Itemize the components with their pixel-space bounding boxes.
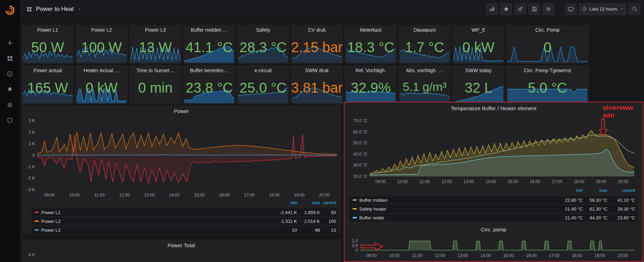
x-axis-label: 14:00 [486, 179, 496, 184]
legend-min-value: -2.441 K [280, 210, 297, 215]
stat-panel-title[interactable]: Dauwpunt [398, 27, 451, 33]
stats-grid: Power L150 WPower L2100 WPower L313 WBuf… [21, 25, 589, 106]
stat-value: 18.3 °C [345, 39, 397, 55]
stat-panel-title[interactable]: e-circuit [237, 68, 289, 73]
save-icon [531, 6, 537, 12]
legend-series-name[interactable]: Power L2 [41, 219, 61, 224]
legend-swatch [34, 212, 39, 213]
navbar-actions: Last 12 hours [486, 3, 640, 15]
save-button[interactable] [528, 3, 540, 15]
legend-min-value: 21.40 °C [565, 215, 583, 220]
legend-column-current[interactable]: current [323, 200, 336, 205]
circ-pomp-chart[interactable] [360, 241, 634, 250]
zoom-out-button[interactable] [629, 3, 640, 15]
stat-panel: Power actual165 W [21, 65, 74, 104]
dashboard-title-group[interactable]: Power to Heat [23, 6, 82, 13]
sidebar-item-alerting[interactable] [0, 82, 20, 97]
stat-panel: SWW today32 L [452, 65, 505, 104]
legend-column-max[interactable]: max [599, 188, 607, 193]
x-axis-label: 15:00 [507, 179, 518, 184]
stat-panel-title[interactable]: Abs. vochtigh. … [398, 68, 451, 73]
legend-row: Buffer midden22.80 °C56.30 °C41.10 °C [349, 196, 638, 204]
star-button[interactable] [500, 3, 512, 15]
x-axis-label: 18:00 [574, 179, 584, 184]
legend-series-name[interactable]: Buffer midden [359, 198, 388, 203]
legend-swatch [353, 199, 357, 201]
compass-icon [6, 70, 13, 77]
stat-panel: Circ. Pomp0 [506, 25, 589, 64]
stat-panel: Power L150 W [21, 25, 74, 64]
panel-title[interactable]: Temperature Buffer / Heater element [345, 105, 643, 111]
star-icon [503, 6, 509, 12]
stat-value: 1.7 °C [398, 39, 451, 55]
legend-current-value: 23.80 °C [617, 215, 635, 220]
stat-value: 3.81 bar [291, 80, 343, 96]
stat-panel-title[interactable]: Meterkast [345, 27, 397, 33]
share-button[interactable] [514, 3, 526, 15]
sidebar-item-explore[interactable] [0, 66, 20, 82]
x-axis-label: 16:00 [219, 193, 229, 198]
legend-series-name[interactable]: Power L1 [41, 210, 61, 215]
stat-panel-title[interactable]: Circ. Pomp Tgewenst [506, 68, 589, 73]
stat-panel-title[interactable]: WP_E [452, 27, 505, 33]
legend-row: Safety heater21.40 °C61.30 °C28.30 °C [349, 205, 638, 213]
stat-panel-title[interactable]: Circ. Pomp [506, 27, 589, 33]
legend-column-min[interactable]: min [576, 188, 583, 193]
legend-series-name[interactable]: Safety heater [359, 206, 386, 212]
legend-series-name[interactable]: Buffer onder [359, 215, 384, 220]
stat-panel-title[interactable]: Heater Actual … [75, 68, 128, 73]
stat-value: 41.1 °C [183, 39, 235, 55]
x-axis-label: 15:00 [194, 193, 204, 198]
grafana-dashboard: Power to Heat [0, 0, 644, 262]
legend-column-current[interactable]: current [622, 188, 635, 193]
panel-title[interactable]: Power [21, 108, 341, 114]
x-axis-label: 11:00 [419, 179, 430, 184]
stat-panel-title[interactable]: Safety [237, 27, 289, 33]
x-axis-label: 20:00 [618, 179, 629, 184]
stat-panel-title[interactable]: Rel. Vochtigh. [345, 68, 397, 73]
legend-current-value: 13 [331, 227, 336, 233]
annotation-arrow-down-icon [599, 119, 607, 137]
plus-icon [6, 39, 13, 46]
stat-panel-title[interactable]: Power actual [21, 68, 74, 73]
x-axis-label: 19:00 [595, 253, 605, 258]
stat-panel-title[interactable]: SWW druk [291, 68, 343, 73]
panel-title[interactable]: Circ. pomp [345, 226, 643, 232]
settings-button[interactable] [542, 3, 554, 15]
legend-column-max[interactable]: max [312, 200, 320, 205]
stat-panel-title[interactable]: Power L1 [21, 27, 74, 33]
temperature-panel-group: Temperature Buffer / Heater element Circ… [344, 102, 643, 262]
stat-panel-title[interactable]: CV druk [291, 27, 343, 33]
power-chart[interactable] [37, 121, 337, 190]
stat-panel-title[interactable]: Buffer midden … [183, 27, 235, 33]
temperature-chart[interactable] [370, 121, 634, 176]
legend-min-value: 10 [292, 227, 297, 233]
stat-panel: SWW druk3.81 bar [291, 65, 343, 104]
time-range-picker[interactable]: Last 12 hours [579, 3, 626, 15]
add-panel-button[interactable] [486, 3, 498, 15]
sidebar-item-server-admin[interactable] [0, 113, 20, 128]
cycle-view-button[interactable] [565, 3, 577, 15]
sidebar-item-dashboards[interactable] [0, 51, 20, 66]
page-title[interactable]: Power to Heat [36, 6, 74, 13]
sidebar-item-create[interactable] [0, 35, 20, 51]
stat-panel-title[interactable]: Power L2 [75, 27, 128, 33]
panel-title[interactable]: Power Total [21, 242, 341, 248]
x-axis-label: 13:00 [463, 179, 474, 184]
x-axis-label: 13:00 [457, 253, 468, 258]
stat-panel-title[interactable]: Time to Sunset… [129, 68, 182, 73]
stat-panel-title[interactable]: Buffer beneden… [183, 68, 235, 73]
stat-value: 0 min [129, 80, 182, 96]
stat-panel-title[interactable]: Power L3 [129, 27, 182, 33]
stat-panel: Time to Sunset…0 min [129, 65, 182, 104]
stat-value: 32.9% [345, 80, 397, 96]
sidebar-item-configuration[interactable] [0, 97, 20, 113]
legend-row: Power L2-1.511 K2.014 K100 [31, 217, 338, 225]
x-axis-label: 13:00 [144, 193, 154, 198]
grafana-logo-icon[interactable] [0, 0, 20, 20]
stat-panel-title[interactable]: SWW today [452, 68, 505, 73]
legend-series-name[interactable]: Power L3 [41, 227, 61, 233]
gear-icon [6, 101, 13, 108]
legend-column-min[interactable]: min [290, 200, 297, 205]
stat-value: 100 W [75, 39, 128, 55]
